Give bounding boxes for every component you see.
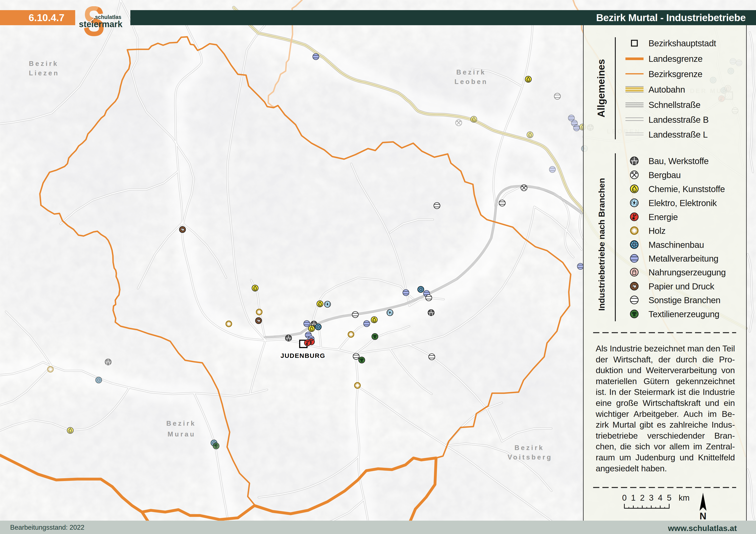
svg-text:www.schulatlas.at: www.schulatlas.at: [668, 524, 737, 533]
svg-text:Elektro, Elektronik: Elektro, Elektronik: [648, 198, 717, 208]
svg-text:Chemie, Kunststoffe: Chemie, Kunststoffe: [648, 184, 725, 194]
svg-text:Liezen: Liezen: [29, 69, 59, 77]
svg-text:6.10.4.7: 6.10.4.7: [29, 12, 65, 23]
svg-text:Landesstraße L: Landesstraße L: [648, 130, 708, 140]
svg-text:Bezirk: Bezirk: [456, 68, 486, 76]
svg-text:0: 0: [622, 493, 627, 502]
svg-text:JUDENBURG: JUDENBURG: [281, 352, 325, 359]
svg-text:1: 1: [631, 493, 635, 502]
svg-text:Landesstraße B: Landesstraße B: [648, 115, 709, 125]
svg-text:Bezirkshauptstadt: Bezirkshauptstadt: [648, 38, 716, 48]
svg-text:Bezirk: Bezirk: [166, 420, 196, 427]
svg-text:5: 5: [667, 493, 671, 502]
svg-text:Bearbeitungsstand: 2022: Bearbeitungsstand: 2022: [10, 524, 84, 531]
svg-text:Bau, Werkstoffe: Bau, Werkstoffe: [648, 156, 709, 166]
svg-text:Holz: Holz: [648, 226, 665, 236]
svg-text:Industriebetriebe nach Branche: Industriebetriebe nach Branchen: [597, 178, 606, 311]
svg-text:Voitsberg: Voitsberg: [508, 453, 553, 461]
svg-text:Bergbau: Bergbau: [648, 170, 681, 180]
svg-text:2: 2: [640, 493, 645, 502]
svg-text:Autobahn: Autobahn: [648, 85, 685, 94]
svg-text:Bezirk Murtal - Industriebetri: Bezirk Murtal - Industriebetriebe: [596, 12, 746, 23]
svg-text:3: 3: [649, 493, 654, 502]
svg-text:Energie: Energie: [648, 212, 678, 222]
svg-text:Papier und Druck: Papier und Druck: [648, 281, 715, 291]
svg-text:Metallverarbeitung: Metallverarbeitung: [648, 254, 718, 264]
svg-text:Schnellstraße: Schnellstraße: [648, 100, 700, 110]
svg-text:Bezirk: Bezirk: [515, 444, 544, 451]
svg-text:Landesgrenze: Landesgrenze: [648, 54, 703, 64]
svg-text:N: N: [700, 511, 707, 521]
svg-text:Nahrungserzeugung: Nahrungserzeugung: [648, 267, 726, 277]
svg-text:Textilienerzeugung: Textilienerzeugung: [648, 309, 719, 319]
svg-text:steiermark: steiermark: [79, 19, 122, 29]
svg-text:Allgemeines: Allgemeines: [596, 59, 607, 117]
svg-text:Bezirksgrenze: Bezirksgrenze: [648, 69, 702, 79]
svg-text:Sonstige Branchen: Sonstige Branchen: [648, 295, 720, 305]
svg-text:Leoben: Leoben: [454, 78, 488, 86]
svg-text:4: 4: [658, 493, 662, 502]
svg-text:km: km: [679, 493, 689, 502]
svg-text:Murau: Murau: [168, 430, 196, 438]
svg-text:Maschinenbau: Maschinenbau: [648, 240, 704, 250]
svg-text:Bezirk: Bezirk: [29, 60, 59, 67]
svg-text:.schulatlas: .schulatlas: [94, 14, 121, 20]
